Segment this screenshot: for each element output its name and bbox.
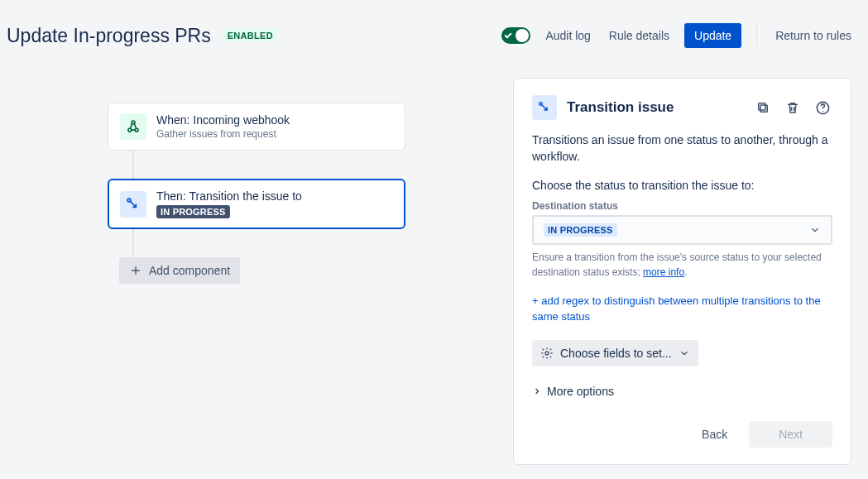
svg-point-9 bbox=[545, 352, 549, 355]
svg-point-3 bbox=[127, 199, 131, 202]
add-component-button[interactable]: Add component bbox=[119, 257, 240, 284]
webhook-icon bbox=[120, 113, 146, 140]
rule-flow: When: Incoming webhook Gather issues fro… bbox=[17, 78, 496, 465]
action-status-lozenge: IN PROGRESS bbox=[156, 205, 230, 218]
trigger-title: When: Incoming webhook bbox=[156, 113, 393, 127]
chevron-down-icon bbox=[809, 224, 821, 236]
connector-line bbox=[108, 151, 405, 179]
destination-status-value: IN PROGRESS bbox=[544, 223, 617, 237]
chevron-right-icon bbox=[532, 386, 542, 396]
page-title: Update In-progress PRs bbox=[7, 25, 211, 47]
divider bbox=[756, 24, 757, 47]
choose-fields-label: Choose fields to set... bbox=[560, 347, 672, 360]
gear-icon bbox=[540, 347, 554, 360]
more-options-toggle[interactable]: More options bbox=[532, 385, 832, 398]
return-to-rules-link[interactable]: Return to rules bbox=[772, 24, 855, 47]
audit-log-link[interactable]: Audit log bbox=[542, 24, 593, 47]
connector-line bbox=[108, 229, 405, 257]
back-button[interactable]: Back bbox=[690, 421, 739, 448]
header-bar: Update In-progress PRs ENABLED Audit log… bbox=[0, 0, 868, 61]
help-icon[interactable] bbox=[813, 98, 832, 117]
svg-point-4 bbox=[540, 103, 542, 105]
trigger-card[interactable]: When: Incoming webhook Gather issues fro… bbox=[108, 103, 405, 151]
action-card[interactable]: Then: Transition the issue to IN PROGRES… bbox=[108, 179, 405, 229]
svg-point-1 bbox=[135, 128, 138, 132]
trigger-subtitle: Gather issues from request bbox=[156, 128, 393, 140]
plus-icon bbox=[129, 264, 142, 277]
enabled-badge: ENABLED bbox=[223, 29, 278, 42]
svg-point-0 bbox=[128, 128, 132, 132]
more-options-label: More options bbox=[547, 385, 614, 398]
svg-rect-5 bbox=[760, 105, 767, 112]
transition-icon bbox=[120, 191, 146, 218]
panel-description: Transitions an issue from one status to … bbox=[532, 132, 832, 165]
add-component-label: Add component bbox=[149, 264, 230, 277]
duplicate-icon[interactable] bbox=[753, 98, 773, 117]
panel-title: Transition issue bbox=[567, 99, 743, 116]
svg-point-8 bbox=[822, 110, 822, 111]
chevron-down-icon bbox=[679, 347, 690, 359]
delete-icon[interactable] bbox=[783, 98, 803, 117]
add-regex-link[interactable]: + add regex to distinguish between multi… bbox=[532, 293, 832, 325]
destination-status-label: Destination status bbox=[532, 200, 832, 212]
rule-details-link[interactable]: Rule details bbox=[606, 24, 673, 47]
choose-status-label: Choose the status to transition the issu… bbox=[532, 179, 832, 192]
destination-helper-text: Ensure a transition from the issue's sou… bbox=[532, 250, 832, 280]
svg-rect-6 bbox=[759, 103, 765, 110]
next-button[interactable]: Next bbox=[749, 421, 832, 448]
update-button[interactable]: Update bbox=[684, 23, 741, 48]
component-panel: Transition issue Transitions bbox=[513, 78, 851, 465]
choose-fields-button[interactable]: Choose fields to set... bbox=[532, 340, 698, 366]
destination-status-select[interactable]: IN PROGRESS bbox=[532, 215, 832, 245]
more-info-link[interactable]: more info bbox=[643, 266, 684, 278]
rule-enabled-toggle[interactable] bbox=[501, 27, 530, 44]
transition-icon bbox=[532, 95, 557, 120]
action-title: Then: Transition the issue to bbox=[156, 189, 393, 203]
